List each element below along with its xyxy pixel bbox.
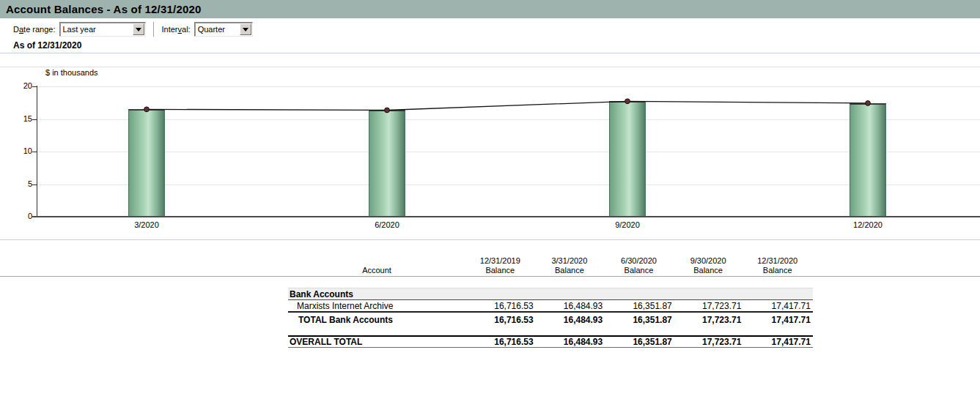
chart-bar-6/2020[interactable] xyxy=(369,110,405,217)
trend-line xyxy=(147,101,868,110)
table-row-section: Bank Accounts xyxy=(288,288,813,300)
chevron-down-icon xyxy=(136,28,141,31)
date-range-label: Date range: xyxy=(13,25,56,34)
balance-cell: 17,723.71 xyxy=(674,301,743,311)
table-header-underline xyxy=(0,276,980,277)
account-name-cell: OVERALL TOTAL xyxy=(288,337,465,347)
y-gridline xyxy=(37,86,980,87)
column-header-3/31/2020: 3/31/2020Balance xyxy=(535,256,605,275)
as-of-subtitle: As of 12/31/2020 xyxy=(13,40,81,51)
balance-cell: 16,351.87 xyxy=(604,337,674,347)
chart-bottom-separator xyxy=(0,239,980,240)
balance-cell: 17,723.71 xyxy=(674,315,743,325)
balance-cell: 16,351.87 xyxy=(604,301,674,311)
x-tick-label: 3/2020 xyxy=(117,220,176,229)
balances-table: Bank AccountsMarxists Internet Archive16… xyxy=(288,288,813,348)
balance-cell: 16,716.53 xyxy=(465,301,535,311)
chart-bar-3/2020[interactable] xyxy=(128,109,165,217)
balance-cell: 17,417.71 xyxy=(743,315,812,325)
y-tick-label: 5 xyxy=(3,179,32,188)
balance-cell: 17,417.71 xyxy=(743,301,812,311)
column-header-9/30/2020: 9/30/2020Balance xyxy=(674,256,743,275)
y-axis xyxy=(37,86,37,217)
x-tick-label: 9/2020 xyxy=(598,220,657,229)
date-range-select[interactable]: Last year xyxy=(59,22,146,37)
balance-cell: 16,716.53 xyxy=(465,315,535,325)
interval-dropdown-button[interactable] xyxy=(240,23,251,35)
column-header-6/30/2020: 6/30/2020Balance xyxy=(604,256,674,275)
chart-bar-12/2020[interactable] xyxy=(850,103,886,217)
y-tick-label: 20 xyxy=(3,81,32,90)
balance-cell: 16,716.53 xyxy=(465,337,535,347)
chart-top-border xyxy=(0,67,980,67)
chart-bar-9/2020[interactable] xyxy=(609,101,646,217)
table-row-total: TOTAL Bank Accounts16,716.5316,484.9316,… xyxy=(288,313,813,327)
date-range-dropdown-button[interactable] xyxy=(133,23,144,35)
balance-cell: 17,723.71 xyxy=(674,337,743,347)
chart-unit-label: $ in thousands xyxy=(45,68,98,77)
report-controls: Date range: Last year Interval: Quarter xyxy=(0,20,980,39)
balance-cell: 16,484.93 xyxy=(535,301,605,311)
x-tick-label: 6/2020 xyxy=(358,220,416,229)
y-tick-label: 15 xyxy=(3,114,32,123)
interval-value: Quarter xyxy=(198,25,225,34)
balance-cell: 17,417.71 xyxy=(743,337,812,347)
balance-cell: 16,484.93 xyxy=(535,315,605,325)
interval-label: Interval: xyxy=(162,25,191,34)
column-header-12/31/2019: 12/31/2019Balance xyxy=(465,256,535,275)
table-row-overall: OVERALL TOTAL16,716.5316,484.9316,351.87… xyxy=(288,335,813,348)
account-balances-report: Account Balances - As of 12/31/2020 Date… xyxy=(0,0,980,399)
header-separator xyxy=(0,53,980,53)
account-name-cell: TOTAL Bank Accounts xyxy=(288,315,465,325)
interval-select[interactable]: Quarter xyxy=(194,22,253,37)
y-tick-label: 0 xyxy=(3,212,32,220)
y-gridline xyxy=(37,119,980,120)
account-name-cell[interactable]: Marxists Internet Archive xyxy=(288,301,465,311)
y-gridline xyxy=(37,152,980,152)
y-gridline xyxy=(37,184,980,185)
chevron-down-icon xyxy=(243,28,248,31)
page-title: Account Balances - As of 12/31/2020 xyxy=(0,3,202,15)
balance-cell: 16,351.87 xyxy=(604,315,674,325)
balance-cell: 16,484.93 xyxy=(535,337,605,347)
date-range-value: Last year xyxy=(63,25,96,34)
table-row-account[interactable]: Marxists Internet Archive16,716.5316,484… xyxy=(288,300,813,313)
y-tick-label: 10 xyxy=(3,146,32,155)
report-title-bar: Account Balances - As of 12/31/2020 xyxy=(0,0,980,18)
table-spacer xyxy=(288,327,813,335)
account-name-cell: Bank Accounts xyxy=(288,289,465,299)
controls-divider xyxy=(153,22,154,37)
x-tick-label: 12/2020 xyxy=(839,220,897,229)
column-header-12/31/2020: 12/31/2020Balance xyxy=(743,256,812,275)
account-column-header: Account xyxy=(288,266,465,275)
x-axis xyxy=(32,216,980,217)
